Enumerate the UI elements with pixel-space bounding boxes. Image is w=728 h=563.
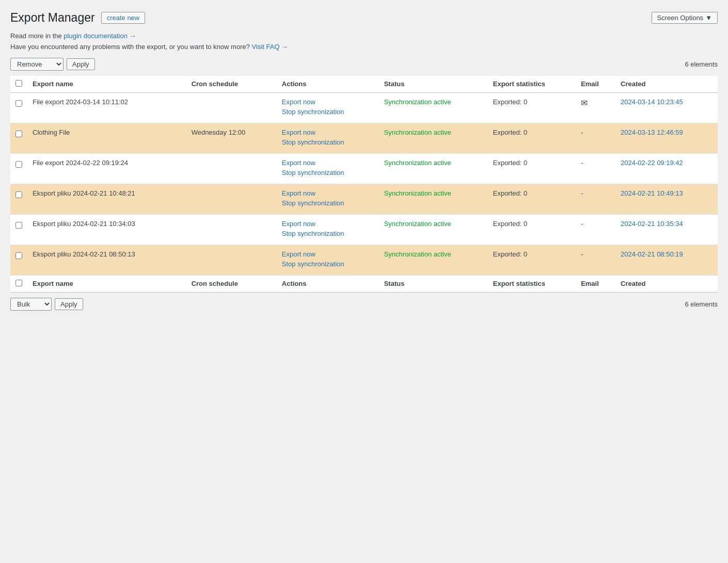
bottom-bulk-select[interactable]: Bulk [10, 298, 52, 311]
top-bulk-select[interactable]: Remove [10, 58, 64, 71]
table-row: Eksport pliku 2024-02-21 10:48:21Export … [10, 184, 718, 214]
bottom-elements-count: 6 elements [685, 300, 718, 308]
status-cell: Synchronization active [379, 214, 488, 245]
export-stats-cell: Exported: 0 [488, 184, 576, 214]
top-apply-button[interactable]: Apply [67, 58, 95, 70]
footer-col-export-name: Export name [27, 275, 186, 292]
export-now-link[interactable]: Export now [282, 98, 374, 106]
export-name-cell: Eksport pliku 2024-02-21 08:50:13 [27, 245, 186, 275]
actions-cell: Export nowStop synchronization [277, 153, 379, 184]
row-checkbox[interactable] [15, 131, 22, 137]
created-link[interactable]: 2024-02-21 08:50:19 [621, 250, 683, 258]
footer-col-export-statistics: Export statistics [488, 275, 576, 292]
export-now-link[interactable]: Export now [282, 250, 374, 258]
table-row: File export 2024-03-14 10:11:02Export no… [10, 92, 718, 123]
export-now-link[interactable]: Export now [282, 128, 374, 136]
top-elements-count: 6 elements [685, 60, 718, 68]
screen-options-button[interactable]: Screen Options ▼ [652, 12, 718, 24]
actions-cell: Export nowStop synchronization [277, 214, 379, 245]
faq-link[interactable]: Visit FAQ → [252, 43, 289, 51]
created-cell: 2024-02-21 08:50:19 [615, 245, 718, 275]
cron-schedule-cell [186, 153, 277, 184]
screen-options-label: Screen Options [657, 14, 704, 22]
actions-cell: Export nowStop synchronization [277, 123, 379, 153]
select-all-header[interactable] [10, 76, 27, 93]
select-all-checkbox[interactable] [15, 80, 22, 87]
table-row: Clothing FileWednesday 12:00Export nowSt… [10, 123, 718, 153]
bottom-apply-button[interactable]: Apply [55, 298, 83, 310]
created-cell: 2024-02-22 09:19:42 [615, 153, 718, 184]
actions-cell: Export nowStop synchronization [277, 245, 379, 275]
page-title: Export Manager [10, 10, 95, 26]
export-name-cell: Clothing File [27, 123, 186, 153]
top-toolbar: Remove Apply 6 elements [10, 58, 718, 71]
row-checkbox[interactable] [15, 100, 22, 107]
col-export-statistics: Export statistics [488, 76, 576, 93]
faq-bar: Have you encountered any problems with t… [10, 43, 718, 51]
create-new-button[interactable]: create new [101, 12, 146, 24]
export-name-cell: Eksport pliku 2024-02-21 10:48:21 [27, 184, 186, 214]
exports-table: Export name Cron schedule Actions Status… [10, 76, 718, 293]
table-footer-row: Export name Cron schedule Actions Status… [10, 275, 718, 292]
export-stats-cell: Exported: 0 [488, 123, 576, 153]
created-link[interactable]: 2024-02-22 09:19:42 [621, 159, 683, 167]
table-header-row: Export name Cron schedule Actions Status… [10, 76, 718, 93]
created-cell: 2024-03-13 12:46:59 [615, 123, 718, 153]
row-checkbox[interactable] [15, 161, 22, 168]
stop-sync-link[interactable]: Stop synchronization [282, 199, 374, 207]
row-checkbox[interactable] [15, 222, 22, 229]
footer-col-actions: Actions [277, 275, 379, 292]
plugin-doc-bar: Read more in the plugin documentation → [10, 32, 718, 40]
stop-sync-link[interactable]: Stop synchronization [282, 138, 374, 146]
footer-col-email: Email [576, 275, 615, 292]
cron-schedule-cell [186, 245, 277, 275]
export-stats-cell: Exported: 0 [488, 153, 576, 184]
created-link[interactable]: 2024-02-21 10:49:13 [621, 189, 683, 197]
status-cell: Synchronization active [379, 153, 488, 184]
email-icon: ✉ [581, 99, 588, 107]
email-cell: - [576, 123, 615, 153]
status-cell: Synchronization active [379, 123, 488, 153]
row-checkbox-cell [10, 245, 27, 275]
footer-col-status: Status [379, 275, 488, 292]
row-checkbox-cell [10, 214, 27, 245]
select-all-footer-checkbox[interactable] [15, 280, 22, 286]
footer-col-created: Created [615, 275, 718, 292]
export-name-cell: Eksport pliku 2024-02-21 10:34:03 [27, 214, 186, 245]
stop-sync-link[interactable]: Stop synchronization [282, 230, 374, 237]
export-now-link[interactable]: Export now [282, 159, 374, 167]
plugin-doc-link[interactable]: plugin documentation → [64, 32, 136, 40]
col-email: Email [576, 76, 615, 93]
stop-sync-link[interactable]: Stop synchronization [282, 108, 374, 116]
created-cell: 2024-02-21 10:49:13 [615, 184, 718, 214]
table-row: File export 2024-02-22 09:19:24Export no… [10, 153, 718, 184]
created-link[interactable]: 2024-02-21 10:35:34 [621, 220, 683, 228]
status-cell: Synchronization active [379, 92, 488, 123]
email-cell: - [576, 214, 615, 245]
cron-schedule-cell [186, 214, 277, 245]
email-cell: ✉ [576, 92, 615, 123]
col-actions: Actions [277, 76, 379, 93]
table-row: Eksport pliku 2024-02-21 10:34:03Export … [10, 214, 718, 245]
stop-sync-link[interactable]: Stop synchronization [282, 169, 374, 176]
footer-col-cron-schedule: Cron schedule [186, 275, 277, 292]
created-link[interactable]: 2024-03-13 12:46:59 [621, 128, 683, 136]
export-now-link[interactable]: Export now [282, 189, 374, 197]
export-name-cell: File export 2024-03-14 10:11:02 [27, 92, 186, 123]
col-created: Created [615, 76, 718, 93]
email-cell: - [576, 153, 615, 184]
row-checkbox[interactable] [15, 252, 22, 259]
row-checkbox[interactable] [15, 191, 22, 198]
stop-sync-link[interactable]: Stop synchronization [282, 260, 374, 268]
created-cell: 2024-02-21 10:35:34 [615, 214, 718, 245]
status-cell: Synchronization active [379, 184, 488, 214]
select-all-footer[interactable] [10, 275, 27, 292]
export-stats-cell: Exported: 0 [488, 245, 576, 275]
row-checkbox-cell [10, 184, 27, 214]
col-status: Status [379, 76, 488, 93]
created-link[interactable]: 2024-03-14 10:23:45 [621, 98, 683, 106]
row-checkbox-cell [10, 92, 27, 123]
cron-schedule-cell [186, 92, 277, 123]
col-cron-schedule: Cron schedule [186, 76, 277, 93]
export-now-link[interactable]: Export now [282, 220, 374, 228]
